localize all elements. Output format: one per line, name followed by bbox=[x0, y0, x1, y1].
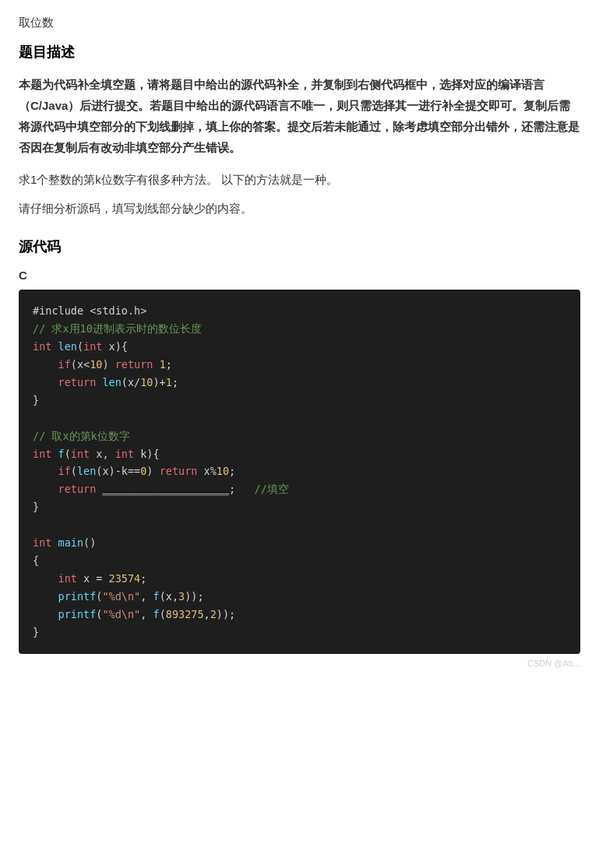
lang-label: C bbox=[19, 269, 580, 282]
page-title: 取位数 bbox=[19, 16, 580, 30]
description-normal-2: 请仔细分析源码，填写划线部分缺少的内容。 bbox=[19, 198, 580, 219]
description-normal-1: 求1个整数的第k位数字有很多种方法。 以下的方法就是一种。 bbox=[19, 169, 580, 190]
section-description-title: 题目描述 bbox=[19, 43, 580, 65]
code-block: #include <stdio.h> // 求x用10进制表示时的数位长度 in… bbox=[19, 290, 580, 654]
section-source-title: 源代码 bbox=[19, 237, 580, 259]
source-code-section: 源代码 C #include <stdio.h> // 求x用10进制表示时的数… bbox=[19, 237, 580, 668]
description-bold: 本题为代码补全填空题，请将题目中给出的源代码补全，并复制到右侧代码框中，选择对应… bbox=[19, 74, 580, 158]
csdn-watermark: CSDN @Att... bbox=[19, 659, 580, 668]
code-content: #include <stdio.h> // 求x用10进制表示时的数位长度 in… bbox=[33, 302, 566, 641]
